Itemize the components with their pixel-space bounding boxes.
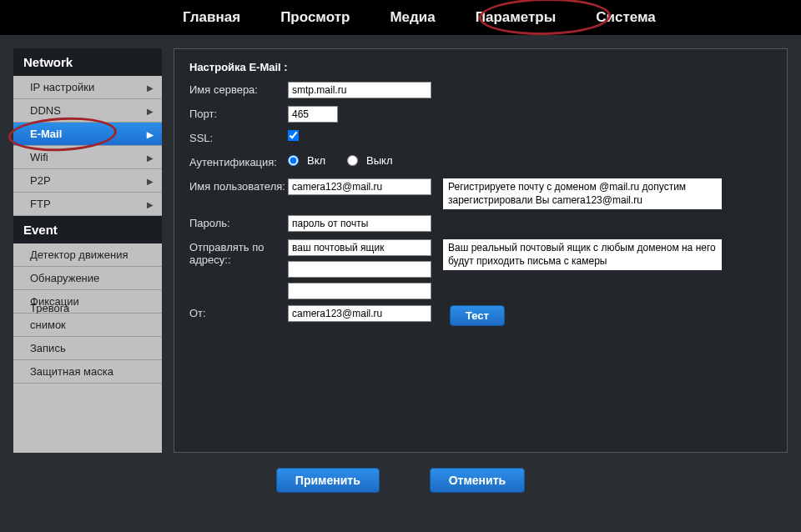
- test-button[interactable]: Тест: [450, 305, 505, 326]
- radio-auth-off[interactable]: [347, 155, 358, 166]
- input-username[interactable]: [288, 178, 431, 195]
- main-panel: Настройка E-Mail : Имя сервера: Порт: SS…: [174, 48, 788, 453]
- sidebar-item-motion[interactable]: Детектор движения: [13, 243, 162, 267]
- label-username: Имя пользователя:: [189, 178, 288, 193]
- chevron-right-icon: ▶: [147, 106, 154, 115]
- sidebar-item-detect[interactable]: Обнаружение: [13, 267, 162, 290]
- tab-home[interactable]: Главная: [163, 0, 260, 35]
- chevron-right-icon: ▶: [147, 199, 154, 208]
- tab-media[interactable]: Медиа: [370, 0, 455, 35]
- chevron-right-icon: ▶: [147, 176, 154, 185]
- input-password[interactable]: [288, 215, 431, 232]
- checkbox-ssl[interactable]: [288, 130, 300, 142]
- input-port[interactable]: [288, 106, 338, 123]
- sidebar-item-snapshot[interactable]: снимок: [13, 314, 162, 337]
- sidebar-label: E-Mail: [30, 128, 62, 140]
- radio-label-on: Вкл: [307, 154, 325, 167]
- hint-realbox: Ваш реальный почтовый ящик с любым домен…: [443, 239, 722, 270]
- tab-preview[interactable]: Просмотр: [260, 0, 370, 35]
- cancel-button[interactable]: Отменить: [430, 468, 525, 493]
- sidebar-label: FTP: [30, 198, 51, 210]
- sidebar-label: Защитная маска: [30, 365, 113, 378]
- sidebar-item-ddns[interactable]: DDNS▶: [13, 99, 162, 123]
- radio-auth-on[interactable]: [288, 155, 299, 166]
- sidebar-label: снимок: [30, 319, 66, 331]
- chevron-right-icon: ▶: [147, 129, 154, 138]
- label-ssl: SSL:: [189, 130, 288, 144]
- sidebar-label: DDNS: [30, 104, 61, 117]
- sidebar: Network IP настройки▶ DDNS▶ E-Mail▶ Wifi…: [13, 48, 162, 453]
- input-sendto-2[interactable]: [288, 261, 431, 278]
- sidebar-item-record[interactable]: Запись: [13, 337, 162, 360]
- label-password: Пароль:: [189, 215, 288, 229]
- label-sendto: Отправлять по адресу::: [189, 239, 288, 266]
- tab-params[interactable]: Параметры: [456, 0, 577, 35]
- label-auth: Аутентификация:: [189, 154, 288, 168]
- sidebar-label: Запись: [30, 342, 66, 354]
- sidebar-head-event: Event: [13, 216, 162, 243]
- apply-button[interactable]: Применить: [276, 468, 380, 493]
- sidebar-label: Wifi: [30, 151, 48, 163]
- sidebar-label: IP настройки: [30, 81, 94, 93]
- input-sendto-1[interactable]: [288, 239, 431, 256]
- label-port: Порт:: [189, 106, 288, 120]
- sidebar-label: P2P: [30, 174, 51, 187]
- top-nav: Главная Просмотр Медиа Параметры Система: [0, 0, 801, 35]
- sidebar-item-p2p[interactable]: P2P▶: [13, 169, 162, 193]
- chevron-right-icon: ▶: [147, 153, 154, 162]
- hint-register: Регистрируете почту с доменом @mail.ru д…: [443, 178, 722, 209]
- button-bar: Применить Отменить: [0, 453, 801, 508]
- sidebar-item-mask[interactable]: Защитная маска: [13, 360, 162, 384]
- sidebar-item-wifi[interactable]: Wifi▶: [13, 146, 162, 169]
- label-server: Имя сервера:: [189, 82, 288, 96]
- input-sendto-3[interactable]: [288, 283, 431, 299]
- panel-title: Настройка E-Mail :: [189, 61, 772, 73]
- sidebar-item-email[interactable]: E-Mail▶: [13, 123, 162, 146]
- radio-label-off: Выкл: [366, 154, 392, 167]
- chevron-right-icon: ▶: [147, 83, 154, 92]
- label-from: От:: [189, 305, 288, 319]
- sidebar-item-ip[interactable]: IP настройки▶: [13, 76, 162, 99]
- sidebar-label-overlap: Тревога: [30, 302, 69, 314]
- input-server[interactable]: [288, 82, 431, 98]
- input-from[interactable]: [288, 305, 431, 322]
- sidebar-label: Обнаружение: [30, 272, 99, 284]
- sidebar-head-network: Network: [13, 48, 162, 76]
- sidebar-item-fix[interactable]: Фиксации Тревога: [13, 290, 162, 314]
- sidebar-label: Детектор движения: [30, 248, 128, 261]
- sidebar-item-ftp[interactable]: FTP▶: [13, 193, 162, 216]
- tab-system[interactable]: Система: [576, 0, 676, 35]
